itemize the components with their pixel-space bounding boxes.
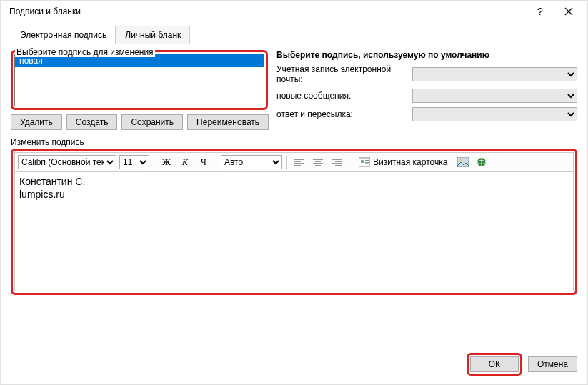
signature-editor[interactable]: Константин С. lumpics.ru <box>14 171 574 291</box>
font-color-select[interactable]: Авто <box>221 155 282 169</box>
close-icon <box>564 7 573 16</box>
dialog-window: Подписи и бланки ? Электронная подпись Л… <box>0 0 588 385</box>
business-card-icon <box>359 157 370 167</box>
toolbar-separator <box>154 156 154 169</box>
edit-signature-header: Изменить подпись <box>11 137 577 147</box>
svg-rect-17 <box>365 162 369 164</box>
tab-stationery[interactable]: Личный бланк <box>116 26 190 44</box>
font-select[interactable]: Calibri (Основной текст) <box>18 155 116 169</box>
save-button[interactable]: Сохранить <box>121 114 183 130</box>
picture-icon <box>457 157 469 167</box>
align-center-icon <box>313 158 323 166</box>
cancel-button[interactable]: Отмена <box>528 356 577 372</box>
toolbar-separator <box>216 156 216 169</box>
align-center-button[interactable] <box>310 155 326 169</box>
italic-button[interactable]: К <box>177 155 193 169</box>
new-messages-select[interactable] <box>412 89 577 103</box>
editor-toolbar: Calibri (Основной текст) 11 Ж К Ч Авто <box>14 152 574 171</box>
ok-button[interactable]: ОК <box>470 356 519 372</box>
toolbar-separator <box>286 156 287 169</box>
highlight-ok: ОК <box>467 353 522 376</box>
close-button[interactable] <box>554 1 583 22</box>
highlight-signature-list: новая <box>11 50 268 110</box>
rename-button[interactable]: Переименовать <box>187 114 269 130</box>
svg-rect-18 <box>457 157 469 167</box>
toolbar-separator <box>349 156 349 169</box>
align-right-icon <box>332 158 342 166</box>
default-signature-header: Выберите подпись, используемую по умолча… <box>276 50 577 60</box>
align-left-button[interactable] <box>291 155 307 169</box>
title-bar: Подписи и бланки ? <box>1 1 587 22</box>
svg-point-15 <box>361 160 364 163</box>
tab-email-signature[interactable]: Электронная подпись <box>11 26 116 44</box>
signature-list[interactable]: новая <box>14 54 264 106</box>
new-messages-label: новые сообщения: <box>276 91 412 101</box>
highlight-editor: Calibri (Основной текст) 11 Ж К Ч Авто <box>11 149 577 295</box>
account-label: Учетная запись электронной почты: <box>276 64 412 84</box>
new-button[interactable]: Создать <box>66 114 118 130</box>
window-title: Подписи и бланки <box>9 6 526 16</box>
dialog-footer: ОК Отмена <box>467 353 577 376</box>
align-right-button[interactable] <box>329 155 344 169</box>
bold-button[interactable]: Ж <box>159 155 174 169</box>
replies-label: ответ и пересылка: <box>276 109 412 119</box>
delete-button[interactable]: Удалить <box>11 114 62 130</box>
tab-strip: Электронная подпись Личный бланк <box>11 25 577 44</box>
svg-rect-16 <box>365 160 369 161</box>
help-button[interactable]: ? <box>526 1 554 22</box>
account-select[interactable] <box>412 67 577 81</box>
signature-list-header: Выберите подпись для изменения <box>15 47 155 57</box>
svg-point-19 <box>459 159 462 161</box>
insert-hyperlink-button[interactable] <box>474 155 489 169</box>
editor-line: Константин С. <box>19 175 569 188</box>
font-size-select[interactable]: 11 <box>119 155 149 169</box>
business-card-button[interactable]: Визитная карточка <box>354 155 452 169</box>
business-card-label: Визитная карточка <box>373 157 447 167</box>
insert-picture-button[interactable] <box>455 155 471 169</box>
replies-select[interactable] <box>412 107 577 121</box>
underline-button[interactable]: Ч <box>196 155 211 169</box>
align-left-icon <box>294 158 304 166</box>
hyperlink-icon <box>476 156 487 168</box>
editor-line: lumpics.ru <box>19 188 569 201</box>
